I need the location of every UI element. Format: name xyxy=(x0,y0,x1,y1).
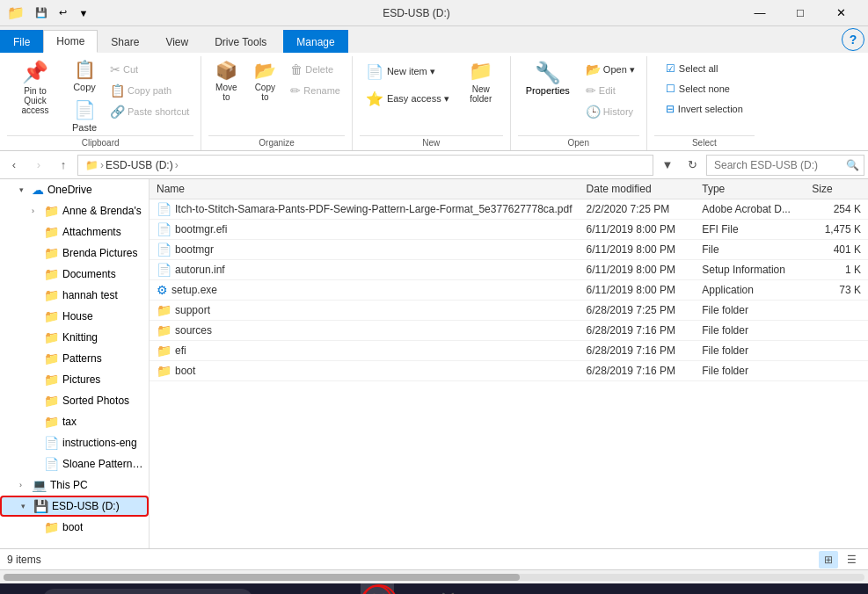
file-name: boot xyxy=(175,365,195,377)
sidebar-item-boot[interactable]: 📁 boot xyxy=(0,517,149,538)
taskbar-search[interactable]: 🔍 Type here to search xyxy=(42,589,253,594)
sidebar-item-patterns[interactable]: 📁 Patterns xyxy=(0,348,149,369)
select-all-button[interactable]: ☑ Select all xyxy=(661,60,748,77)
quick-dropdown-btn[interactable]: ▼ xyxy=(74,4,93,23)
camera-taskbar-icon[interactable]: 📷 xyxy=(572,583,605,594)
sidebar-item-anne[interactable]: › 📁 Anne & Brenda's xyxy=(0,200,149,221)
file-icon: 📄 xyxy=(157,243,171,257)
invert-selection-button[interactable]: ⊟ Invert selection xyxy=(661,100,748,118)
copy-button[interactable]: 📋 Copy xyxy=(67,56,102,95)
table-row[interactable]: ⚙ setup.exe 6/11/2019 8:00 PM Applicatio… xyxy=(150,280,868,301)
file-icon: ⚙ xyxy=(157,283,168,297)
select-none-button[interactable]: ☐ Select none xyxy=(661,80,748,98)
up-button[interactable]: ↑ xyxy=(53,155,74,176)
quick-save-btn[interactable]: 💾 xyxy=(32,4,51,23)
tab-view[interactable]: View xyxy=(152,30,201,53)
start-button[interactable]: ⊞ xyxy=(4,583,40,594)
sidebar-item-pictures[interactable]: 📁 Pictures xyxy=(0,369,149,390)
table-row[interactable]: 📁 boot 6/28/2019 7:16 PM File folder xyxy=(150,361,868,381)
paste-shortcut-label: Paste shortcut xyxy=(128,106,189,117)
status-bar: 9 items ⊞ ☰ xyxy=(0,548,868,569)
move-to-button[interactable]: 📦 Moveto xyxy=(208,56,244,105)
task-view-button[interactable]: ⧉ xyxy=(255,583,288,594)
delete-label: Delete xyxy=(305,64,333,75)
tab-home[interactable]: Home xyxy=(43,30,98,53)
details-view-button[interactable]: ⊞ xyxy=(819,551,838,569)
select-group: ☑ Select all ☐ Select none ⊟ Invert sele… xyxy=(647,56,762,150)
search-input[interactable] xyxy=(706,155,864,176)
brenda-folder-icon: 📁 xyxy=(44,246,59,260)
table-row[interactable]: 📄 Itch-to-Stitch-Samara-Pants-PDF-Sewing… xyxy=(150,199,868,220)
app-sword-icon[interactable]: ⚔ xyxy=(536,583,570,594)
file-name-cell: 📄 bootmgr.efi xyxy=(150,220,580,240)
column-header-type[interactable]: Type xyxy=(695,179,805,199)
minimize-button[interactable]: — xyxy=(740,0,780,26)
edge-taskbar-icon[interactable]: e xyxy=(290,583,324,594)
column-header-size[interactable]: Size xyxy=(805,179,868,199)
refresh-button[interactable]: ↻ xyxy=(682,155,703,176)
sidebar-item-hannah-test[interactable]: 📁 hannah test xyxy=(0,285,149,306)
copy-path-button[interactable]: 📋 Copy path xyxy=(106,81,193,100)
sidebar-item-knitting[interactable]: 📁 Knitting xyxy=(0,327,149,348)
new-folder-button[interactable]: 📁 Newfolder xyxy=(459,56,503,107)
help-button[interactable]: ? xyxy=(842,28,864,51)
chrome-taskbar-icon[interactable]: ◎ xyxy=(466,583,500,594)
cut-button[interactable]: ✂ Cut xyxy=(106,60,193,79)
itunes-taskbar-icon[interactable]: ♪ xyxy=(501,583,535,594)
file-name: Itch-to-Stitch-Samara-Pants-PDF-Sewing-P… xyxy=(175,203,573,215)
sidebar-item-attachments[interactable]: 📁 Attachments xyxy=(0,221,149,243)
history-button[interactable]: 🕒 History xyxy=(581,102,639,121)
sidebar-item-tax[interactable]: 📁 tax xyxy=(0,411,149,432)
new-item-button[interactable]: 📄 New item ▾ xyxy=(360,60,456,83)
firefox-taskbar-icon[interactable]: 🦊 xyxy=(431,583,464,594)
table-row[interactable]: 📄 bootmgr 6/11/2019 8:00 PM File 401 K xyxy=(150,240,868,260)
forward-button[interactable]: › xyxy=(28,155,49,176)
rename-icon: ✏ xyxy=(290,83,301,98)
file-explorer-taskbar-icon[interactable]: 📁 xyxy=(361,583,394,594)
tab-drive-tools[interactable]: Drive Tools xyxy=(201,30,280,53)
quick-undo-btn[interactable]: ↩ xyxy=(53,4,72,23)
office-taskbar-icon[interactable]: O xyxy=(607,583,640,594)
table-row[interactable]: 📄 autorun.inf 6/11/2019 8:00 PM Setup In… xyxy=(150,260,868,280)
column-header-name[interactable]: Name xyxy=(150,179,580,199)
steam-taskbar-icon[interactable]: S xyxy=(396,583,429,594)
column-header-date[interactable]: Date modified xyxy=(580,179,696,199)
maximize-button[interactable]: □ xyxy=(780,0,821,26)
sidebar-item-onedrive[interactable]: ▾ ☁ OneDrive xyxy=(0,179,149,200)
easy-access-button[interactable]: ⭐ Easy access ▾ xyxy=(360,87,456,111)
table-row[interactable]: 📄 bootmgr.efi 6/11/2019 8:00 PM EFI File… xyxy=(150,220,868,240)
tab-manage[interactable]: Manage xyxy=(283,30,347,53)
table-row[interactable]: 📁 support 6/28/2019 7:25 PM File folder xyxy=(150,301,868,321)
sidebar-item-brenda-pictures[interactable]: 📁 Brenda Pictures xyxy=(0,243,149,264)
horizontal-scrollbar[interactable] xyxy=(4,574,864,581)
address-path[interactable]: 📁 › ESD-USB (D:) › xyxy=(77,155,653,176)
tab-file[interactable]: File xyxy=(0,30,43,53)
sidebar-item-sorted-photos[interactable]: 📁 Sorted Photos xyxy=(0,390,149,411)
copy-to-button[interactable]: 📂 Copyto xyxy=(247,56,282,105)
sidebar-item-house[interactable]: 📁 House xyxy=(0,306,149,327)
open-button[interactable]: 📂 Open ▾ xyxy=(581,60,639,79)
table-row[interactable]: 📁 sources 6/28/2019 7:16 PM File folder xyxy=(150,321,868,341)
sidebar-item-sloane[interactable]: 📄 Sloane Pattern T... xyxy=(0,453,149,474)
delete-button[interactable]: 🗑 Delete xyxy=(286,60,345,79)
acrobat-taskbar-icon[interactable]: A xyxy=(325,583,359,594)
path-dropdown-button[interactable]: ▼ xyxy=(657,155,678,176)
pin-to-quick-access-button[interactable]: 📌 Pin to Quick access xyxy=(7,56,63,119)
table-row[interactable]: 📁 efi 6/28/2019 7:16 PM File folder xyxy=(150,341,868,361)
sidebar-item-this-pc[interactable]: › 💻 This PC xyxy=(0,474,149,496)
back-button[interactable]: ‹ xyxy=(4,155,25,176)
properties-button[interactable]: 🔧 Properties xyxy=(518,56,578,100)
paste-button[interactable]: 📄 Paste xyxy=(67,97,102,135)
esd-usb-label: ESD-USB (D:) xyxy=(52,500,120,512)
sidebar-item-instructions[interactable]: 📄 instructions-eng xyxy=(0,432,149,453)
rename-button[interactable]: ✏ Rename xyxy=(286,81,345,100)
edit-button[interactable]: ✏ Edit xyxy=(581,81,639,100)
file-size xyxy=(805,301,868,321)
sidebar-item-documents[interactable]: 📁 Documents xyxy=(0,264,149,285)
list-view-button[interactable]: ☰ xyxy=(842,551,861,569)
tab-share[interactable]: Share xyxy=(98,30,152,53)
file-date: 6/28/2019 7:16 PM xyxy=(580,341,696,361)
paste-shortcut-button[interactable]: 🔗 Paste shortcut xyxy=(106,102,193,121)
close-button[interactable]: ✕ xyxy=(821,0,861,26)
sidebar-item-esd-usb[interactable]: ▾ 💾 ESD-USB (D:) xyxy=(0,496,149,517)
